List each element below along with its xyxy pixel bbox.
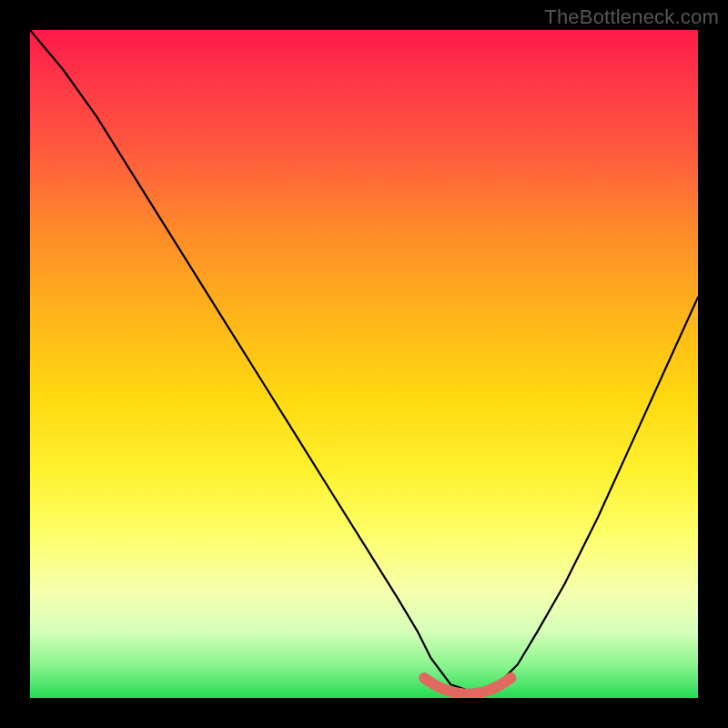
watermark-text: TheBottleneck.com: [544, 5, 719, 29]
flat-minimum-marker: [424, 678, 511, 694]
curve-svg: [30, 30, 698, 698]
plot-area: [30, 30, 698, 698]
bottleneck-curve: [30, 30, 698, 692]
chart-container: TheBottleneck.com: [0, 0, 728, 728]
